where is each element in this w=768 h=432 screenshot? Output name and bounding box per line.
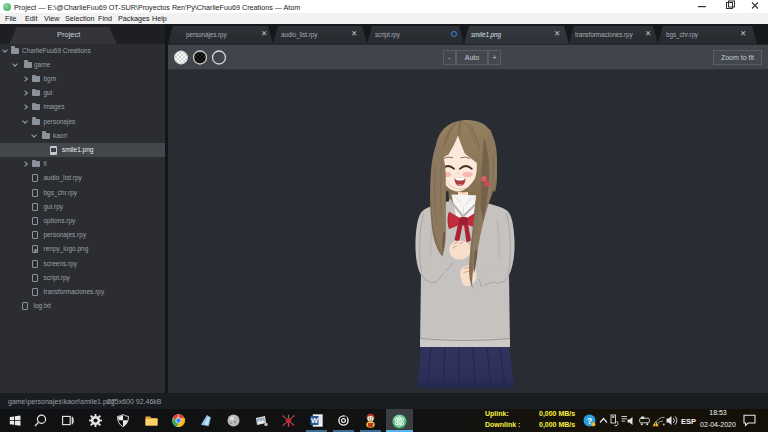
svg-text:W: W: [311, 416, 319, 425]
